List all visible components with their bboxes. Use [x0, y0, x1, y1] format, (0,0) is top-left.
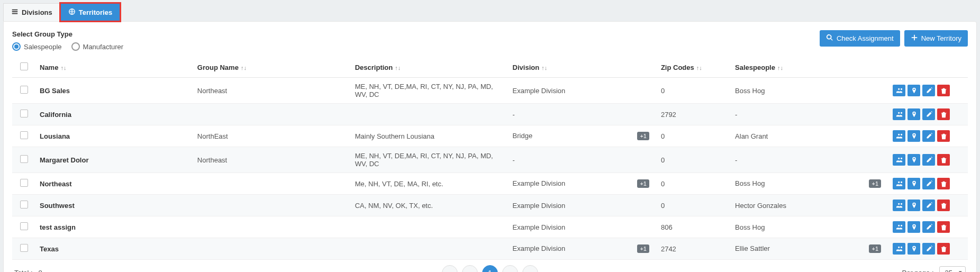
row-checkbox[interactable] — [20, 222, 28, 230]
assign-users-button[interactable] — [893, 221, 905, 233]
delete-button[interactable] — [937, 85, 950, 96]
search-icon — [826, 34, 833, 43]
radio-salespeople[interactable]: Salespeople — [12, 42, 62, 51]
row-checkbox[interactable] — [20, 110, 28, 117]
cell-salespeople: Hector Gonzales — [731, 195, 888, 216]
col-header-zip[interactable]: Zip Codes↑↓ — [657, 57, 731, 78]
delete-button[interactable] — [937, 221, 950, 233]
table-row: TexasExample Division+12742Ellie Sattler… — [12, 238, 968, 260]
map-pin-button[interactable] — [908, 154, 920, 166]
map-pin-button[interactable] — [908, 221, 920, 233]
cell-zip: 0 — [657, 147, 731, 173]
row-checkbox[interactable] — [20, 131, 28, 139]
row-checkbox[interactable] — [20, 86, 28, 94]
row-checkbox[interactable] — [20, 155, 28, 163]
map-pin-button[interactable] — [908, 243, 920, 255]
overflow-badge[interactable]: +1 — [869, 179, 881, 188]
delete-button[interactable] — [937, 178, 950, 189]
per-page-select[interactable]: 25 — [939, 266, 966, 272]
delete-button[interactable] — [937, 200, 950, 211]
radio-off-icon — [71, 42, 80, 51]
edit-button[interactable] — [922, 200, 935, 211]
assign-users-button[interactable] — [893, 154, 905, 166]
radio-manufacturer[interactable]: Manufacturer — [71, 42, 124, 51]
cell-zip: 2792 — [657, 104, 731, 125]
edit-button[interactable] — [922, 108, 935, 120]
map-pin-button[interactable] — [908, 108, 920, 120]
cell-name: Lousiana — [35, 125, 193, 147]
select-all-checkbox[interactable] — [20, 62, 28, 70]
per-page-label: Per page : — [902, 269, 934, 272]
col-header-salespeople[interactable]: Salespeople↑↓ — [731, 57, 888, 78]
col-header-name[interactable]: Name↑↓ — [35, 57, 193, 78]
map-pin-button[interactable] — [908, 178, 920, 189]
assign-users-button[interactable] — [893, 243, 905, 255]
delete-button[interactable] — [937, 154, 950, 166]
edit-button[interactable] — [922, 154, 935, 166]
edit-button[interactable] — [922, 221, 935, 233]
map-pin-button[interactable] — [908, 130, 920, 142]
assign-users-button[interactable] — [893, 85, 905, 96]
col-header-group-name[interactable]: Group Name↑↓ — [193, 57, 351, 78]
tab-territories-label: Territories — [79, 8, 112, 16]
cell-division: Example Division — [509, 216, 657, 238]
cell-description — [351, 238, 509, 260]
cell-name: BG Sales — [35, 78, 193, 104]
overflow-badge[interactable]: +1 — [637, 132, 649, 140]
cell-group-name — [193, 238, 351, 260]
cell-zip: 0 — [657, 195, 731, 216]
row-checkbox[interactable] — [20, 179, 28, 187]
sort-icon: ↑↓ — [60, 65, 66, 71]
row-checkbox[interactable] — [20, 244, 28, 252]
plus-icon — [911, 34, 918, 43]
col-header-division[interactable]: Division↑↓ — [509, 57, 657, 78]
assign-users-button[interactable] — [893, 178, 905, 189]
overflow-badge[interactable]: +1 — [637, 179, 649, 188]
tab-territories[interactable]: Territories — [60, 3, 120, 21]
table-row: NortheastMe, NH, VT, DE, MA, RI, etc.Exa… — [12, 173, 968, 195]
cell-name: Texas — [35, 238, 193, 260]
check-assignment-button[interactable]: Check Assignment — [820, 30, 900, 47]
assign-users-button[interactable] — [893, 108, 905, 120]
cell-salespeople: Alan Grant — [731, 125, 888, 147]
menu-icon — [11, 8, 19, 17]
delete-button[interactable] — [937, 243, 950, 255]
cell-name: Southwest — [35, 195, 193, 216]
delete-button[interactable] — [937, 130, 950, 142]
tab-divisions[interactable]: Divisions — [3, 3, 60, 21]
territories-table: Name↑↓ Group Name↑↓ Description↑↓ Divisi… — [12, 57, 968, 260]
group-type-block: Select Group Type Salespeople Manufactur… — [12, 30, 123, 51]
assign-users-button[interactable] — [893, 200, 905, 211]
map-pin-button[interactable] — [908, 200, 920, 211]
radio-on-icon — [12, 42, 21, 51]
cell-division: Bridge+1 — [509, 125, 657, 147]
col-header-description[interactable]: Description↑↓ — [351, 57, 509, 78]
edit-button[interactable] — [922, 178, 935, 189]
page-last-button[interactable]: » — [522, 265, 538, 273]
edit-button[interactable] — [922, 243, 935, 255]
edit-button[interactable] — [922, 85, 935, 96]
edit-button[interactable] — [922, 130, 935, 142]
page-first-button[interactable]: « — [442, 265, 458, 273]
row-checkbox[interactable] — [20, 201, 28, 208]
table-row: test assignExample Division806Boss Hog — [12, 216, 968, 238]
map-pin-button[interactable] — [908, 85, 920, 96]
cell-division: Example Division+1 — [509, 238, 657, 260]
cell-salespeople: - — [731, 147, 888, 173]
overflow-badge[interactable]: +1 — [869, 244, 881, 253]
assign-users-button[interactable] — [893, 130, 905, 142]
page-next-button[interactable]: › — [502, 265, 518, 273]
delete-button[interactable] — [937, 108, 950, 120]
cell-name: Margaret Dolor — [35, 147, 193, 173]
cell-group-name — [193, 216, 351, 238]
page-number-button[interactable]: 1 — [482, 265, 498, 273]
cell-zip: 0 — [657, 125, 731, 147]
territories-panel: Select Group Type Salespeople Manufactur… — [3, 21, 977, 272]
cell-group-name — [193, 173, 351, 195]
cell-zip: 2742 — [657, 238, 731, 260]
cell-group-name: NorthEast — [193, 125, 351, 147]
overflow-badge[interactable]: +1 — [637, 244, 649, 253]
page-prev-button[interactable]: ‹ — [462, 265, 478, 273]
cell-description: CA, NM, NV, OK, TX, etc. — [351, 195, 509, 216]
new-territory-button[interactable]: New Territory — [904, 30, 968, 47]
